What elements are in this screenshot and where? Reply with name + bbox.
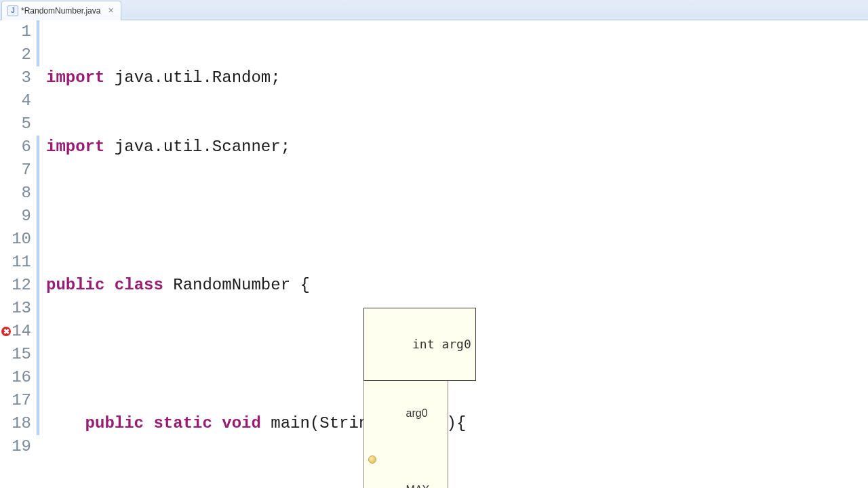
line-number: 16 [0, 366, 31, 389]
line-number: 5 [0, 113, 31, 136]
line-number: 11 [0, 251, 31, 274]
autocomplete-item[interactable]: MAX [364, 451, 448, 467]
line-number: 3 [0, 66, 31, 89]
code-token: import [46, 68, 104, 87]
autocomplete-label: arg0 [406, 407, 428, 419]
line-number: 2 [0, 43, 31, 66]
line-number: 12 [0, 274, 31, 297]
autocomplete-label: MAX [406, 484, 430, 488]
folding-ruler [35, 20, 45, 488]
line-number: 10 [0, 228, 31, 251]
java-file-icon: J [7, 5, 18, 16]
line-number: 15 [0, 343, 31, 366]
line-number: 4 [0, 89, 31, 113]
close-icon[interactable]: ✕ [106, 6, 115, 16]
code-token: java.util.Scanner; [104, 138, 290, 156]
tab-label: *RandomNumber.java [21, 6, 100, 16]
code-editor[interactable]: 1 2 3 4 5 6 7 8 9 10 11 12 13 ✖ 14 15 16… [0, 20, 868, 488]
line-number-gutter: 1 2 3 4 5 6 7 8 9 10 11 12 13 ✖ 14 15 16… [0, 20, 35, 488]
parameter-hint-tooltip: int arg0 [363, 308, 476, 381]
code-token: class [115, 276, 163, 294]
editor-tab[interactable]: J *RandomNumber.java ✕ [1, 1, 121, 20]
autocomplete-item[interactable]: arg0 [364, 390, 448, 405]
variable-icon [368, 455, 376, 464]
line-number: 17 [0, 389, 31, 412]
code-token: public [46, 276, 104, 294]
code-token: void [222, 414, 261, 432]
code-area[interactable]: import java.util.Random; import java.uti… [45, 20, 534, 488]
code-token: java.util.Random; [104, 68, 280, 87]
code-token: RandomNumber { [163, 276, 310, 294]
line-number: 19 [0, 435, 31, 458]
line-number: ✖ 14 [0, 320, 31, 343]
code-token: public [85, 414, 144, 432]
line-number: 8 [0, 182, 31, 205]
code-token: static [153, 414, 212, 432]
line-number: 18 [0, 412, 31, 435]
line-number: 13 [0, 297, 31, 320]
code-token: import [46, 138, 104, 156]
line-number: 7 [0, 159, 31, 182]
line-number-text: 14 [12, 322, 31, 340]
tooltip-text: int arg0 [412, 337, 471, 351]
line-number: 6 [0, 136, 31, 159]
line-number: 9 [0, 205, 31, 228]
error-icon[interactable]: ✖ [1, 327, 11, 336]
tab-bar: J *RandomNumber.java ✕ [0, 0, 868, 20]
line-number: 1 [0, 20, 31, 43]
